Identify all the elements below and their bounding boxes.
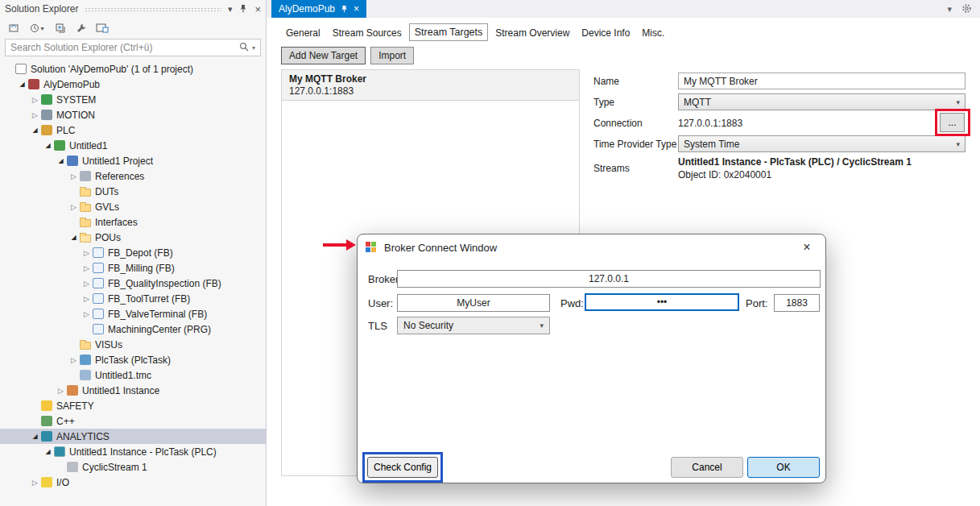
search-options-chevron-icon[interactable]: ▾ [252,44,255,52]
target-address: 127.0.0.1:1883 [289,85,572,97]
tree-item-fb-depot-fb[interactable]: ▷FB_Depot (FB) [0,245,266,260]
tab-device-info[interactable]: Device Info [577,25,635,41]
pwd-field[interactable] [585,293,739,311]
properties-wrench-icon[interactable] [74,21,89,35]
expand-arrow-icon[interactable]: ▷ [55,387,67,395]
tree-item-duts[interactable]: DUTs [0,184,266,199]
tree-item-machiningcenter-prg[interactable]: MachiningCenter (PRG) [0,321,266,337]
tree-item-fb-valveterminal-fb[interactable]: ▷FB_ValveTerminal (FB) [0,306,266,321]
tree-item-untitled1-project[interactable]: ◢Untitled1 Project [0,153,266,168]
tree-item-pous[interactable]: ◢POUs [0,230,266,245]
search-input[interactable] [10,42,236,53]
add-new-target-button[interactable]: Add New Target [281,47,366,64]
document-tab-alydemopub[interactable]: AlyDemoPub × [271,0,366,18]
port-field[interactable] [774,294,820,312]
expand-arrow-icon[interactable]: ▷ [68,172,80,180]
folder-icon [80,219,91,227]
chevron-down-icon[interactable]: ▾ [228,5,233,14]
streams-value: Untitled1 Instance - PlcTask (PLC) / Cyc… [678,156,912,168]
expand-arrow-icon[interactable]: ◢ [29,433,41,440]
tab-close-icon[interactable]: × [354,4,359,14]
tree-item-untitled1[interactable]: ◢Untitled1 [0,138,266,153]
tree-item-safety[interactable]: SAFETY [0,398,266,413]
expand-arrow-icon[interactable]: ▷ [81,249,93,257]
search-icon[interactable] [239,40,249,55]
expand-arrow-icon[interactable]: ◢ [16,81,28,88]
dialog-title-bar[interactable]: Broker Connect Window × [358,234,825,260]
connection-browse-button[interactable]: ... [940,113,965,132]
expand-arrow-icon[interactable]: ◢ [68,234,80,241]
tree-item-label: Untitled1 Instance - PlcTask (PLC) [69,446,217,458]
folder-icon [80,189,91,197]
broker-field[interactable] [397,270,821,288]
user-field[interactable] [397,294,550,312]
tree-item-alydemopub[interactable]: ◢AlyDemoPub [0,77,266,92]
tab-pin-icon[interactable] [341,5,348,13]
tree-item-untitled1-instance-plctask-plc[interactable]: ◢Untitled1 Instance - PlcTask (PLC) [0,444,266,459]
expand-arrow-icon[interactable]: ▷ [29,111,41,119]
expand-arrow-icon[interactable]: ▷ [29,96,41,104]
tls-dropdown[interactable]: No Security ▾ [397,317,550,334]
import-button[interactable]: Import [370,47,414,64]
type-dropdown[interactable]: MQTT ▾ [678,93,966,110]
subtab-bar: GeneralStream SourcesStream TargetsStrea… [281,25,669,41]
time-provider-value: System Time [684,139,739,150]
ok-button[interactable]: OK [747,457,820,478]
solution-tree: Solution 'AlyDemoPub' (1 of 1 project)◢A… [0,61,266,506]
tree-item-label: AlyDemoPub [43,79,100,90]
search-box: ▾ [5,39,261,56]
tree-item-plc[interactable]: ◢PLC [0,122,266,138]
time-provider-dropdown[interactable]: System Time ▾ [678,135,966,152]
solution-explorer-header: Solution Explorer ▾ × [0,0,266,18]
expand-arrow-icon[interactable]: ◢ [42,142,54,149]
tab-misc[interactable]: Misc. [637,25,669,41]
expand-arrow-icon[interactable]: ▷ [68,356,80,364]
tree-item-motion[interactable]: ▷MOTION [0,107,266,122]
window-chevron-down-icon[interactable]: ▾ [947,4,952,15]
tree-item-visus[interactable]: VISUs [0,337,266,352]
pending-changes-filter-icon[interactable]: ▾ [27,21,47,35]
home-icon[interactable] [6,21,21,35]
expand-arrow-icon[interactable]: ◢ [55,157,67,164]
preview-selected-items-icon[interactable] [95,21,110,35]
tab-general[interactable]: General [281,25,325,41]
tree-item-solution-alydemopub-1-of-1-project[interactable]: Solution 'AlyDemoPub' (1 of 1 project) [0,61,266,77]
pin-icon[interactable] [239,4,247,15]
tree-item-interfaces[interactable]: Interfaces [0,214,266,230]
expand-arrow-icon[interactable]: ▷ [81,280,93,288]
tab-stream-targets[interactable]: Stream Targets [409,23,489,41]
tree-item-untitled1-tmc[interactable]: Untitled1.tmc [0,367,266,383]
tree-item-analytics[interactable]: ◢ANALYTICS [0,429,266,444]
tree-item-plctask-plctask[interactable]: ▷PlcTask (PlcTask) [0,352,266,367]
target-list-item[interactable]: My MQTT Broker 127.0.0.1:1883 [282,70,579,101]
name-field[interactable] [678,73,966,89]
expand-arrow-icon[interactable]: ◢ [29,126,41,134]
tab-stream-sources[interactable]: Stream Sources [328,25,407,41]
tree-item-untitled1-instance[interactable]: ▷Untitled1 Instance [0,383,266,398]
expand-arrow-icon[interactable]: ▷ [29,479,41,487]
tree-item-fb-qualityinspection-fb[interactable]: ▷FB_QualityInspection (FB) [0,276,266,291]
window-gear-icon[interactable] [961,3,972,15]
tree-item-system[interactable]: ▷SYSTEM [0,92,266,107]
expand-arrow-icon[interactable]: ▷ [81,295,93,303]
close-icon[interactable]: × [254,4,261,15]
expand-arrow-icon[interactable]: ▷ [68,203,80,211]
expand-arrow-icon[interactable]: ▷ [81,264,93,272]
tree-item-i-o[interactable]: ▷I/O [0,475,266,490]
tree-item-references[interactable]: ▷References [0,168,266,184]
tree-item-cyclicstream-1[interactable]: CyclicStream 1 [0,459,266,475]
plc-task-icon [80,355,91,365]
check-config-button[interactable]: Check Config [367,457,438,478]
dialog-close-icon[interactable]: × [788,234,825,260]
tab-stream-overview[interactable]: Stream Overview [490,25,574,41]
solution-explorer-toolbar: ▾ [0,18,266,39]
tree-item-c[interactable]: C++ [0,413,266,429]
references-icon [80,171,91,181]
tree-item-fb-milling-fb[interactable]: ▷FB_Milling (FB) [0,260,266,276]
expand-arrow-icon[interactable]: ▷ [81,310,93,318]
expand-arrow-icon[interactable]: ◢ [42,448,54,455]
cancel-button[interactable]: Cancel [671,457,743,478]
tree-item-gvls[interactable]: ▷GVLs [0,199,266,214]
tree-item-fb-toolturret-fb[interactable]: ▷FB_ToolTurret (FB) [0,291,266,306]
collapse-all-icon[interactable] [53,21,68,35]
